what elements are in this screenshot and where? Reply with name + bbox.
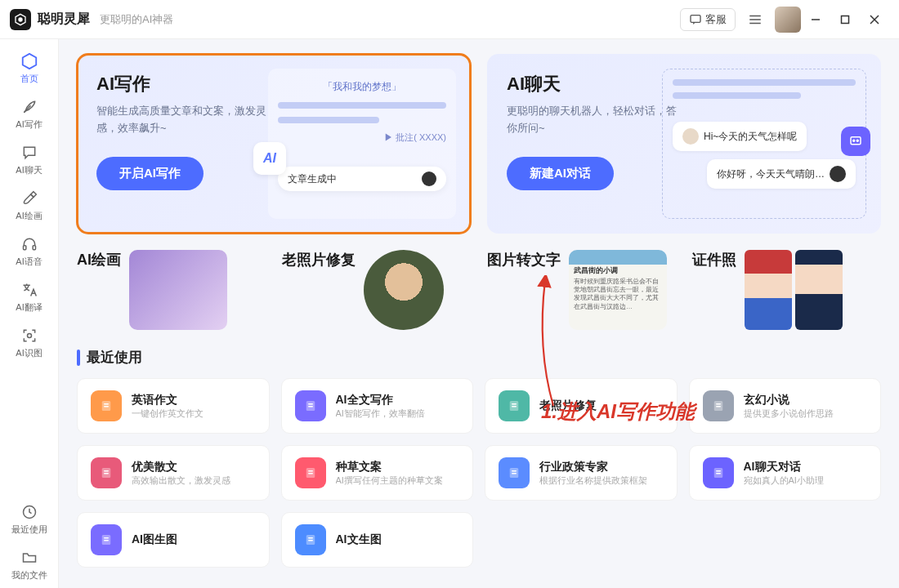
- sidebar-item-ocr[interactable]: AI识图: [5, 320, 54, 366]
- recent-item-icon: [295, 524, 326, 555]
- headphone-icon: [20, 235, 38, 253]
- svg-rect-21: [104, 406, 109, 408]
- svg-rect-16: [851, 137, 861, 145]
- svg-rect-45: [104, 540, 109, 541]
- recent-item-icon: [703, 457, 734, 488]
- start-writing-button[interactable]: 开启AI写作: [96, 157, 204, 190]
- recent-item-title: 英语作文: [132, 393, 256, 408]
- sidebar-item-writing[interactable]: AI写作: [5, 91, 54, 137]
- svg-rect-20: [104, 403, 109, 405]
- menu-button[interactable]: [744, 8, 767, 31]
- support-button[interactable]: 客服: [680, 8, 736, 31]
- tool-title: 证件照: [692, 250, 736, 270]
- app-logo: [10, 9, 31, 30]
- svg-rect-23: [308, 403, 313, 405]
- recent-item-icon: [91, 524, 122, 555]
- recent-item[interactable]: 英语作文 一键创作英文作文: [77, 378, 270, 434]
- svg-rect-30: [716, 406, 721, 408]
- svg-rect-39: [512, 473, 517, 474]
- svg-rect-35: [308, 470, 313, 472]
- svg-marker-10: [22, 54, 36, 69]
- svg-rect-26: [512, 403, 517, 405]
- recent-item[interactable]: AI聊天对话 宛如真人的AI小助理: [689, 445, 882, 501]
- scan-icon: [20, 327, 38, 345]
- recent-item[interactable]: 种草文案 AI撰写任何主题的种草文案: [281, 445, 474, 501]
- sidebar: 首页 AI写作 AI聊天 AI绘画 AI语音 AI翻译 AI识图 最: [0, 39, 59, 588]
- svg-rect-33: [104, 473, 109, 474]
- minimize-icon: [811, 15, 821, 24]
- chat-bubble-text: 你好呀，今天天气晴朗…: [717, 167, 825, 181]
- recent-item[interactable]: 行业政策专家 根据行业名称提供政策框架: [485, 445, 678, 501]
- sidebar-item-recent[interactable]: 最近使用: [5, 497, 54, 542]
- sidebar-item-paint[interactable]: AI绘画: [5, 183, 54, 229]
- svg-rect-47: [308, 537, 313, 539]
- ocr-sample-body: 有时候到重庆路采书总会不自觉地朝武昌街忘去一眼，最近发现武昌街大大不同了，尤其在…: [574, 278, 659, 310]
- main-content: AI写作 智能生成高质量文章和文案，激发灵感，效率飙升~ 开启AI写作 「我和我…: [59, 39, 899, 588]
- recent-item-sub: AI撰写任何主题的种草文案: [336, 474, 460, 487]
- ocr-sample-title: 武昌街的小调: [574, 266, 662, 276]
- svg-rect-36: [308, 473, 313, 474]
- recent-item-icon: [499, 457, 530, 488]
- home-icon: [20, 52, 38, 70]
- close-button[interactable]: [860, 5, 889, 34]
- tool-idphoto[interactable]: 证件照: [692, 250, 881, 330]
- sidebar-item-label: AI绘画: [16, 210, 42, 222]
- recent-item-sub: 一键创作英文作文: [132, 408, 256, 420]
- maximize-icon: [840, 15, 850, 24]
- tool-restore[interactable]: 老照片修复: [282, 250, 471, 330]
- avatar-icon: [682, 128, 699, 145]
- recent-item-icon: [295, 457, 326, 488]
- recent-item-icon: [499, 390, 530, 421]
- tool-thumb: [129, 250, 227, 330]
- recent-item-sub: AI智能写作，效率翻倍: [336, 408, 460, 420]
- tool-ocr[interactable]: 图片转文字 武昌街的小调 有时候到重庆路采书总会不自觉地朝武昌街忘去一眼，最近发…: [487, 250, 676, 330]
- app-name: 聪明灵犀: [38, 11, 90, 28]
- svg-rect-29: [716, 403, 721, 405]
- recent-item-sub: 提供更多小说创作思路: [744, 408, 868, 420]
- sidebar-item-label: AI聊天: [16, 164, 42, 176]
- recent-item[interactable]: AI文生图: [281, 512, 474, 568]
- tool-paint[interactable]: AI绘画: [77, 250, 266, 330]
- recent-item-title: 玄幻小说: [744, 393, 868, 408]
- tool-title: 老照片修复: [282, 250, 356, 270]
- recent-item-title: 老照片修复: [539, 399, 664, 413]
- recent-item[interactable]: 老照片修复: [485, 378, 678, 434]
- recent-item-icon: [295, 390, 326, 421]
- svg-rect-32: [104, 470, 109, 472]
- sidebar-item-files[interactable]: 我的文件: [5, 542, 54, 588]
- sidebar-item-label: AI语音: [16, 256, 42, 268]
- chat-bubble-icon: [20, 144, 38, 162]
- mock-annotation: ▶ 批注( XXXX): [278, 131, 446, 144]
- maximize-button[interactable]: [830, 5, 860, 34]
- hero-chat-card[interactable]: AI聊天 更聪明的聊天机器人，轻松对话，答你所问~ 新建AI对话 Hi~今天的天…: [487, 54, 881, 234]
- recent-item[interactable]: AI图生图: [77, 512, 270, 568]
- svg-rect-44: [104, 537, 109, 539]
- user-avatar[interactable]: [775, 7, 801, 33]
- mock-status-text: 文章生成中: [288, 172, 337, 186]
- sidebar-item-home[interactable]: 首页: [5, 46, 54, 91]
- svg-rect-2: [691, 15, 700, 22]
- sidebar-item-label: 最近使用: [11, 523, 47, 536]
- new-chat-button[interactable]: 新建AI对话: [507, 157, 614, 190]
- recent-item[interactable]: AI全文写作 AI智能写作，效率翻倍: [281, 378, 474, 434]
- recent-item[interactable]: 玄幻小说 提供更多小说创作思路: [689, 378, 882, 434]
- recent-item-title: AI图生图: [132, 532, 256, 547]
- titlebar: 聪明灵犀 更聪明的AI神器 客服: [0, 0, 899, 39]
- sidebar-item-translate[interactable]: AI翻译: [5, 274, 54, 320]
- hero-writing-card[interactable]: AI写作 智能生成高质量文章和文案，激发灵感，效率飙升~ 开启AI写作 「我和我…: [77, 54, 471, 234]
- sidebar-item-voice[interactable]: AI语音: [5, 229, 54, 274]
- folder-icon: [20, 549, 38, 567]
- sidebar-item-chat[interactable]: AI聊天: [5, 137, 54, 183]
- ai-badge-icon: AI: [253, 142, 286, 175]
- recent-item-title: AI文生图: [336, 532, 460, 547]
- brand-icon: [422, 172, 436, 186]
- minimize-button[interactable]: [801, 5, 830, 34]
- brand-icon: [830, 166, 846, 182]
- recent-item-title: 优美散文: [132, 460, 256, 474]
- recent-item[interactable]: 优美散文 高效输出散文，激发灵感: [77, 445, 270, 501]
- tool-thumb: 武昌街的小调 有时候到重庆路采书总会不自觉地朝武昌街忘去一眼，最近发现武昌街大大…: [569, 250, 667, 330]
- recent-item-sub: 根据行业名称提供政策框架: [539, 474, 664, 487]
- tools-row: AI绘画 老照片修复 图片转文字 武昌街的小调 有时候到重庆路采书总会不自觉地朝…: [77, 250, 881, 330]
- app-tagline: 更聪明的AI神器: [100, 12, 173, 27]
- close-icon: [870, 15, 879, 24]
